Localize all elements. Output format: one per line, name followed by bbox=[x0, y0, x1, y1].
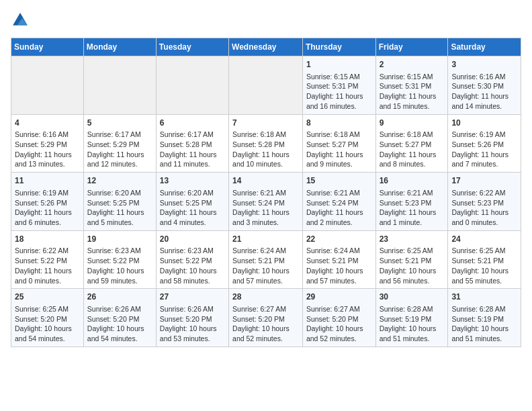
day-info: Sunrise: 6:20 AM Sunset: 5:25 PM Dayligh… bbox=[160, 188, 225, 228]
day-number: 17 bbox=[451, 175, 517, 187]
day-number: 22 bbox=[306, 234, 372, 245]
day-info: Sunrise: 6:15 AM Sunset: 5:31 PM Dayligh… bbox=[380, 72, 445, 111]
calendar-day-cell: 1Sunrise: 6:15 AM Sunset: 5:31 PM Daylig… bbox=[302, 56, 375, 115]
day-info: Sunrise: 6:28 AM Sunset: 5:19 PM Dayligh… bbox=[380, 304, 445, 344]
day-number: 26 bbox=[87, 291, 152, 303]
calendar-day-cell: 9Sunrise: 6:18 AM Sunset: 5:27 PM Daylig… bbox=[375, 114, 448, 173]
day-info: Sunrise: 6:24 AM Sunset: 5:21 PM Dayligh… bbox=[306, 246, 372, 285]
day-info: Sunrise: 6:20 AM Sunset: 5:25 PM Dayligh… bbox=[87, 188, 152, 228]
day-info: Sunrise: 6:27 AM Sunset: 5:20 PM Dayligh… bbox=[306, 304, 372, 344]
calendar-day-cell: 21Sunrise: 6:24 AM Sunset: 5:21 PM Dayli… bbox=[229, 230, 303, 289]
day-info: Sunrise: 6:18 AM Sunset: 5:28 PM Dayligh… bbox=[232, 130, 299, 169]
calendar-day-cell: 16Sunrise: 6:21 AM Sunset: 5:23 PM Dayli… bbox=[375, 173, 448, 231]
calendar-day-cell: 19Sunrise: 6:23 AM Sunset: 5:22 PM Dayli… bbox=[83, 230, 156, 289]
calendar-day-cell: 4Sunrise: 6:16 AM Sunset: 5:29 PM Daylig… bbox=[11, 114, 84, 173]
day-number: 29 bbox=[306, 291, 372, 303]
day-info: Sunrise: 6:18 AM Sunset: 5:27 PM Dayligh… bbox=[380, 130, 445, 169]
calendar-day-cell: 13Sunrise: 6:20 AM Sunset: 5:25 PM Dayli… bbox=[156, 173, 228, 231]
calendar-day-cell: 14Sunrise: 6:21 AM Sunset: 5:24 PM Dayli… bbox=[229, 173, 303, 231]
day-number: 5 bbox=[87, 118, 152, 129]
day-info: Sunrise: 6:16 AM Sunset: 5:30 PM Dayligh… bbox=[451, 72, 517, 111]
calendar-day-cell: 29Sunrise: 6:27 AM Sunset: 5:20 PM Dayli… bbox=[302, 289, 375, 347]
calendar-table: SundayMondayTuesdayWednesdayThursdayFrid… bbox=[11, 38, 521, 347]
day-number: 7 bbox=[232, 118, 299, 129]
calendar-day-cell: 18Sunrise: 6:22 AM Sunset: 5:22 PM Dayli… bbox=[11, 230, 84, 289]
calendar-day-cell: 28Sunrise: 6:27 AM Sunset: 5:20 PM Dayli… bbox=[229, 289, 303, 347]
calendar-day-cell: 30Sunrise: 6:28 AM Sunset: 5:19 PM Dayli… bbox=[375, 289, 448, 347]
day-info: Sunrise: 6:22 AM Sunset: 5:22 PM Dayligh… bbox=[15, 246, 80, 285]
calendar-day-cell bbox=[83, 56, 156, 115]
day-number: 1 bbox=[306, 59, 372, 71]
day-info: Sunrise: 6:18 AM Sunset: 5:27 PM Dayligh… bbox=[306, 130, 372, 169]
day-number: 9 bbox=[380, 118, 445, 129]
day-number: 12 bbox=[87, 175, 152, 187]
calendar-day-cell: 7Sunrise: 6:18 AM Sunset: 5:28 PM Daylig… bbox=[229, 114, 303, 173]
calendar-day-cell: 20Sunrise: 6:23 AM Sunset: 5:22 PM Dayli… bbox=[156, 230, 228, 289]
calendar-day-cell: 6Sunrise: 6:17 AM Sunset: 5:28 PM Daylig… bbox=[156, 114, 228, 173]
day-number: 18 bbox=[15, 234, 80, 245]
calendar-header-row: SundayMondayTuesdayWednesdayThursdayFrid… bbox=[11, 38, 521, 56]
day-info: Sunrise: 6:15 AM Sunset: 5:31 PM Dayligh… bbox=[306, 72, 372, 111]
day-number: 25 bbox=[15, 291, 80, 303]
calendar-day-cell: 5Sunrise: 6:17 AM Sunset: 5:29 PM Daylig… bbox=[83, 114, 156, 173]
day-of-week-header: Saturday bbox=[448, 38, 521, 56]
day-number: 3 bbox=[451, 59, 517, 71]
day-number: 15 bbox=[306, 175, 372, 187]
day-number: 31 bbox=[451, 291, 517, 303]
day-number: 21 bbox=[232, 234, 299, 245]
day-info: Sunrise: 6:19 AM Sunset: 5:26 PM Dayligh… bbox=[15, 188, 80, 228]
day-info: Sunrise: 6:22 AM Sunset: 5:23 PM Dayligh… bbox=[451, 188, 517, 228]
day-number: 16 bbox=[380, 175, 445, 187]
day-info: Sunrise: 6:24 AM Sunset: 5:21 PM Dayligh… bbox=[232, 246, 299, 285]
calendar-day-cell: 3Sunrise: 6:16 AM Sunset: 5:30 PM Daylig… bbox=[448, 56, 521, 115]
calendar-day-cell bbox=[156, 56, 228, 115]
calendar-day-cell: 2Sunrise: 6:15 AM Sunset: 5:31 PM Daylig… bbox=[375, 56, 448, 115]
day-info: Sunrise: 6:23 AM Sunset: 5:22 PM Dayligh… bbox=[160, 246, 225, 285]
day-info: Sunrise: 6:25 AM Sunset: 5:20 PM Dayligh… bbox=[15, 304, 80, 344]
day-number: 30 bbox=[380, 291, 445, 303]
calendar-day-cell bbox=[11, 56, 84, 115]
day-info: Sunrise: 6:21 AM Sunset: 5:24 PM Dayligh… bbox=[232, 188, 299, 228]
day-of-week-header: Tuesday bbox=[156, 38, 228, 56]
day-number: 14 bbox=[232, 175, 299, 187]
day-info: Sunrise: 6:28 AM Sunset: 5:19 PM Dayligh… bbox=[451, 304, 517, 344]
calendar-week-row: 18Sunrise: 6:22 AM Sunset: 5:22 PM Dayli… bbox=[11, 230, 521, 289]
day-number: 2 bbox=[380, 59, 445, 71]
day-number: 8 bbox=[306, 118, 372, 129]
day-info: Sunrise: 6:17 AM Sunset: 5:28 PM Dayligh… bbox=[160, 130, 225, 169]
day-of-week-header: Monday bbox=[83, 38, 156, 56]
calendar-day-cell: 24Sunrise: 6:25 AM Sunset: 5:21 PM Dayli… bbox=[448, 230, 521, 289]
calendar-day-cell: 8Sunrise: 6:18 AM Sunset: 5:27 PM Daylig… bbox=[302, 114, 375, 173]
day-number: 24 bbox=[451, 234, 517, 245]
day-number: 20 bbox=[160, 234, 225, 245]
calendar-day-cell bbox=[229, 56, 303, 115]
day-number: 19 bbox=[87, 234, 152, 245]
day-number: 28 bbox=[232, 291, 299, 303]
page-header bbox=[11, 11, 521, 30]
day-number: 10 bbox=[451, 118, 517, 129]
day-number: 4 bbox=[15, 118, 80, 129]
day-number: 27 bbox=[160, 291, 225, 303]
day-info: Sunrise: 6:19 AM Sunset: 5:26 PM Dayligh… bbox=[451, 130, 517, 169]
day-info: Sunrise: 6:27 AM Sunset: 5:20 PM Dayligh… bbox=[232, 304, 299, 344]
calendar-week-row: 25Sunrise: 6:25 AM Sunset: 5:20 PM Dayli… bbox=[11, 289, 521, 347]
calendar-day-cell: 23Sunrise: 6:25 AM Sunset: 5:21 PM Dayli… bbox=[375, 230, 448, 289]
day-info: Sunrise: 6:16 AM Sunset: 5:29 PM Dayligh… bbox=[15, 130, 80, 169]
day-of-week-header: Wednesday bbox=[229, 38, 303, 56]
day-number: 6 bbox=[160, 118, 225, 129]
logo bbox=[11, 11, 32, 30]
calendar-week-row: 1Sunrise: 6:15 AM Sunset: 5:31 PM Daylig… bbox=[11, 56, 521, 115]
day-info: Sunrise: 6:17 AM Sunset: 5:29 PM Dayligh… bbox=[87, 130, 152, 169]
logo-icon bbox=[11, 11, 30, 30]
calendar-day-cell: 15Sunrise: 6:21 AM Sunset: 5:24 PM Dayli… bbox=[302, 173, 375, 231]
day-info: Sunrise: 6:25 AM Sunset: 5:21 PM Dayligh… bbox=[451, 246, 517, 285]
day-of-week-header: Friday bbox=[375, 38, 448, 56]
calendar-day-cell: 12Sunrise: 6:20 AM Sunset: 5:25 PM Dayli… bbox=[83, 173, 156, 231]
day-of-week-header: Sunday bbox=[11, 38, 84, 56]
day-number: 23 bbox=[380, 234, 445, 245]
day-number: 13 bbox=[160, 175, 225, 187]
day-info: Sunrise: 6:26 AM Sunset: 5:20 PM Dayligh… bbox=[160, 304, 225, 344]
day-number: 11 bbox=[15, 175, 80, 187]
calendar-day-cell: 27Sunrise: 6:26 AM Sunset: 5:20 PM Dayli… bbox=[156, 289, 228, 347]
calendar-week-row: 4Sunrise: 6:16 AM Sunset: 5:29 PM Daylig… bbox=[11, 114, 521, 173]
